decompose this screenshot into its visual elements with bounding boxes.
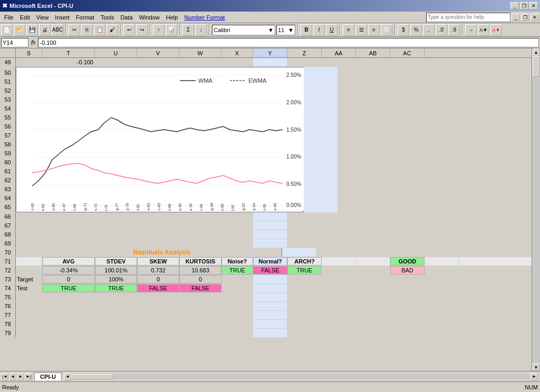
col-header-W[interactable]: W [179, 48, 221, 57]
cell-X74[interactable] [221, 284, 253, 292]
scrollbar-h[interactable]: ◄ ► [64, 373, 538, 380]
cell-X67[interactable] [221, 221, 253, 230]
cell-Y68[interactable] [253, 230, 287, 239]
menu-view[interactable]: View [33, 13, 52, 22]
underline-btn[interactable]: U [326, 24, 338, 36]
sum-btn[interactable]: Σ [182, 24, 194, 36]
help-input[interactable] [426, 13, 510, 22]
merge-btn[interactable]: ⬜ [381, 24, 392, 36]
menu-number-format[interactable]: Number Format [181, 13, 228, 22]
cell-AA67[interactable] [322, 221, 356, 230]
cell-kurtosis73[interactable]: 0 [179, 275, 221, 283]
cell-S69[interactable] [16, 239, 42, 248]
menu-file[interactable]: File [1, 13, 17, 22]
menu-insert[interactable]: Insert [52, 13, 73, 22]
new-btn[interactable]: 📄 [1, 24, 13, 36]
cell-Z49[interactable] [287, 58, 322, 66]
cell-AA49[interactable] [322, 58, 356, 66]
cell-S70[interactable] [16, 248, 42, 257]
cell-Z73[interactable] [287, 275, 322, 283]
cell-S71[interactable] [16, 257, 42, 266]
cut-btn[interactable]: ✂ [69, 24, 80, 36]
col-header-AA[interactable]: AA [322, 48, 356, 57]
cell-AA71[interactable] [356, 257, 390, 266]
print-btn[interactable]: 🖨 [39, 24, 51, 36]
scroll-thumb[interactable] [533, 56, 540, 77]
cell-U69[interactable] [95, 239, 137, 248]
cell-T67[interactable] [42, 221, 95, 230]
sort-desc[interactable]: ↓ [195, 24, 207, 36]
menu-data[interactable]: Data [117, 13, 136, 22]
cell-Y66[interactable] [253, 212, 287, 221]
cell-AC75[interactable] [390, 293, 425, 301]
cell-arch72[interactable]: TRUE [287, 266, 322, 275]
paste-btn[interactable]: 📋 [94, 24, 105, 36]
cell-AC49[interactable] [390, 58, 425, 66]
cell-Y67[interactable] [253, 221, 287, 230]
chart-btn[interactable]: 📊 [166, 24, 177, 36]
cell-kurtosis74[interactable]: FALSE [179, 284, 221, 292]
cell-V49[interactable] [137, 58, 179, 66]
cell-Y73[interactable] [253, 275, 287, 283]
cell-S67[interactable] [16, 221, 42, 230]
cell-U49[interactable] [95, 58, 137, 66]
cell-X75[interactable] [221, 293, 253, 301]
percent-btn[interactable]: % [410, 24, 422, 36]
cell-S73[interactable]: Target [16, 275, 42, 283]
cell-U66[interactable] [95, 212, 137, 221]
cell-normal72[interactable]: FALSE [253, 266, 287, 275]
cell-X69[interactable] [221, 239, 253, 248]
tab-prev[interactable]: ◄ [9, 373, 16, 380]
cell-T69[interactable] [42, 239, 95, 248]
cell-T49[interactable]: -0.100 [42, 58, 95, 66]
cell-X73[interactable] [221, 275, 253, 283]
font-size[interactable]: 11 ▼ [276, 25, 295, 35]
tab-last[interactable]: ►| [25, 373, 32, 380]
col-header-AC[interactable]: AC [390, 48, 425, 57]
cell-AC73[interactable] [390, 275, 425, 283]
col-header-V[interactable]: V [137, 48, 179, 57]
cell-noise72[interactable]: TRUE [221, 266, 253, 275]
cell-T68[interactable] [42, 230, 95, 239]
cell-X49[interactable] [221, 58, 253, 66]
copy-btn[interactable]: ⎘ [81, 24, 93, 36]
cell-stdev73[interactable]: 100% [95, 275, 137, 283]
cell-AA72[interactable] [356, 266, 390, 275]
cell-AC68[interactable] [390, 230, 425, 239]
cell-AB74[interactable] [356, 284, 390, 292]
tab-next[interactable]: ► [17, 373, 24, 380]
spell-btn[interactable]: ABC [52, 24, 63, 36]
cell-T66[interactable] [42, 212, 95, 221]
col-header-U[interactable]: U [95, 48, 137, 57]
help-close[interactable]: ✕ [531, 14, 539, 21]
cell-Z69[interactable] [287, 239, 322, 248]
name-box[interactable]: Y14 [1, 38, 28, 47]
align-center[interactable]: ☰ [355, 24, 367, 36]
cell-V75[interactable] [137, 293, 179, 301]
undo-btn[interactable]: ↩ [123, 24, 135, 36]
cell-AB49[interactable] [356, 58, 390, 66]
cell-V66[interactable] [137, 212, 179, 221]
cell-Z71[interactable] [322, 257, 356, 266]
cell-AA75[interactable] [322, 293, 356, 301]
cell-avg73[interactable]: 0 [42, 275, 95, 283]
cell-W69[interactable] [179, 239, 221, 248]
cell-Z68[interactable] [287, 230, 322, 239]
cell-Y70[interactable] [282, 248, 316, 257]
cell-V67[interactable] [137, 221, 179, 230]
sheet-tab-cpiu[interactable]: CPI-U [34, 373, 62, 380]
cell-skew73[interactable]: 0 [137, 275, 179, 283]
col-header-Z[interactable]: Z [287, 48, 322, 57]
col-header-T[interactable]: T [42, 48, 95, 57]
cell-Y49[interactable] [253, 58, 287, 66]
font-color[interactable]: A▼ [490, 24, 502, 36]
cell-V69[interactable] [137, 239, 179, 248]
scroll-right-btn[interactable]: ► [531, 373, 538, 380]
col-header-X[interactable]: X [221, 48, 253, 57]
help-restore[interactable]: ❐ [521, 14, 529, 21]
scrollbar-v[interactable]: ▲ ▼ [532, 48, 540, 371]
cell-AC72[interactable] [425, 266, 459, 275]
dec-decimal[interactable]: .9 [448, 24, 460, 36]
bold-btn[interactable]: B [301, 24, 312, 36]
cell-stdev74[interactable]: TRUE [95, 284, 137, 292]
